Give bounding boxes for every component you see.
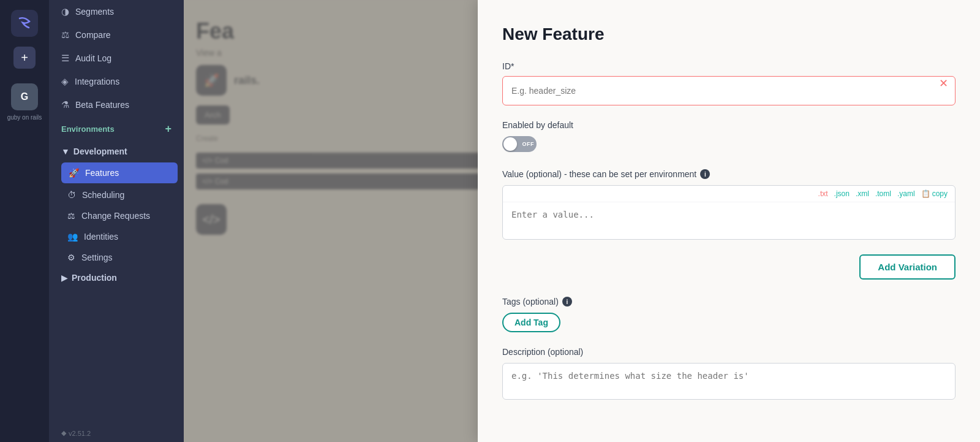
sidebar-item-audit-log[interactable]: ☰ Audit Log xyxy=(49,47,184,70)
add-tag-button[interactable]: Add Tag xyxy=(502,313,560,332)
toggle-knob xyxy=(503,137,517,151)
sidebar-item-scheduling[interactable]: ⏱ Scheduling xyxy=(55,185,184,205)
features-icon: 🚀 xyxy=(69,168,79,178)
avatar[interactable]: G xyxy=(11,83,38,110)
modal-overlay[interactable]: New Feature ID* ✕ Enabled by default OFF… xyxy=(184,0,980,442)
sidebar-item-beta-features[interactable]: ⚗ Beta Features xyxy=(49,93,184,116)
tags-section: Tags (optional) i Add Tag xyxy=(502,297,956,332)
nav-sidebar: ◑ Segments ⚖ Compare ☰ Audit Log ◈ Integ… xyxy=(49,0,184,442)
beta-features-icon: ⚗ xyxy=(61,99,69,110)
add-environment-icon[interactable]: + xyxy=(165,123,172,135)
development-items: 🚀 Features ⏱ Scheduling ⚖ Change Request… xyxy=(49,161,184,268)
value-label: Value (optional) - these can be set per … xyxy=(502,169,956,179)
add-variation-button[interactable]: Add Variation xyxy=(859,254,956,280)
app-logo[interactable] xyxy=(11,10,38,37)
copy-icon: 📋 xyxy=(921,189,930,198)
tags-label: Tags (optional) i xyxy=(502,297,956,307)
value-info-icon: i xyxy=(700,169,710,179)
sidebar-item-segments[interactable]: ◑ Segments xyxy=(49,0,184,23)
scheduling-icon: ⏱ xyxy=(67,190,76,200)
value-section: Value (optional) - these can be set per … xyxy=(502,169,956,240)
description-label: Description (optional) xyxy=(502,347,956,357)
sidebar-item-identities[interactable]: 👥 Identities xyxy=(55,226,184,247)
settings-icon: ⚙ xyxy=(67,253,75,262)
development-section[interactable]: ▼ Development xyxy=(49,142,184,161)
description-section: Description (optional) xyxy=(502,347,956,402)
sidebar-item-compare[interactable]: ⚖ Compare xyxy=(49,23,184,47)
copy-btn[interactable]: 📋 copy xyxy=(921,189,948,198)
org-label: guby on rails xyxy=(7,114,42,121)
id-field-wrapper: ID* ✕ xyxy=(502,61,956,105)
sidebar-item-integrations[interactable]: ◈ Integrations xyxy=(49,70,184,93)
value-box: .txt .json .xml .toml .yaml 📋 copy xyxy=(502,185,956,240)
compare-icon: ⚖ xyxy=(61,29,69,40)
add-button[interactable]: + xyxy=(13,47,36,69)
add-variation-wrapper: Add Variation xyxy=(502,254,956,280)
id-input[interactable] xyxy=(502,76,956,105)
format-txt-btn[interactable]: .txt xyxy=(818,189,828,198)
icon-sidebar: + G guby on rails xyxy=(0,0,49,442)
format-yaml-btn[interactable]: .yaml xyxy=(897,189,915,198)
description-input[interactable] xyxy=(502,363,956,400)
value-textarea[interactable] xyxy=(503,202,955,237)
enabled-toggle[interactable]: OFF xyxy=(502,136,537,152)
integrations-icon: ◈ xyxy=(61,76,69,87)
value-toolbar: .txt .json .xml .toml .yaml 📋 copy xyxy=(503,186,955,202)
version-label: ◆ v2.51.2 xyxy=(49,424,184,442)
main-content: Fea View a 🚀 rails. Arch Create </> Cod … xyxy=(184,0,980,442)
change-requests-icon: ⚖ xyxy=(67,211,75,221)
enabled-label: Enabled by default xyxy=(502,120,956,130)
id-label: ID* xyxy=(502,61,956,71)
id-clear-button[interactable]: ✕ xyxy=(939,77,948,90)
chevron-down-icon: ▼ xyxy=(61,147,70,156)
identities-icon: 👥 xyxy=(67,232,78,242)
chevron-right-icon: ▶ xyxy=(61,273,68,283)
toggle-state: OFF xyxy=(522,141,535,147)
format-xml-btn[interactable]: .xml xyxy=(856,189,869,198)
production-section[interactable]: ▶ Production xyxy=(49,268,184,288)
format-toml-btn[interactable]: .toml xyxy=(875,189,891,198)
segments-icon: ◑ xyxy=(61,6,69,17)
sidebar-item-features[interactable]: 🚀 Features xyxy=(61,162,178,183)
sidebar-item-change-requests[interactable]: ⚖ Change Requests xyxy=(55,205,184,226)
environments-section[interactable]: Environments + xyxy=(49,116,184,142)
version-icon: ◆ xyxy=(61,429,66,437)
enabled-section: Enabled by default OFF xyxy=(502,120,956,154)
modal-title: New Feature xyxy=(502,25,956,44)
tags-info-icon: i xyxy=(562,297,572,307)
audit-log-icon: ☰ xyxy=(61,53,69,64)
format-json-btn[interactable]: .json xyxy=(834,189,850,198)
modal-panel: New Feature ID* ✕ Enabled by default OFF… xyxy=(478,0,980,442)
sidebar-item-settings[interactable]: ⚙ Settings xyxy=(55,247,184,268)
